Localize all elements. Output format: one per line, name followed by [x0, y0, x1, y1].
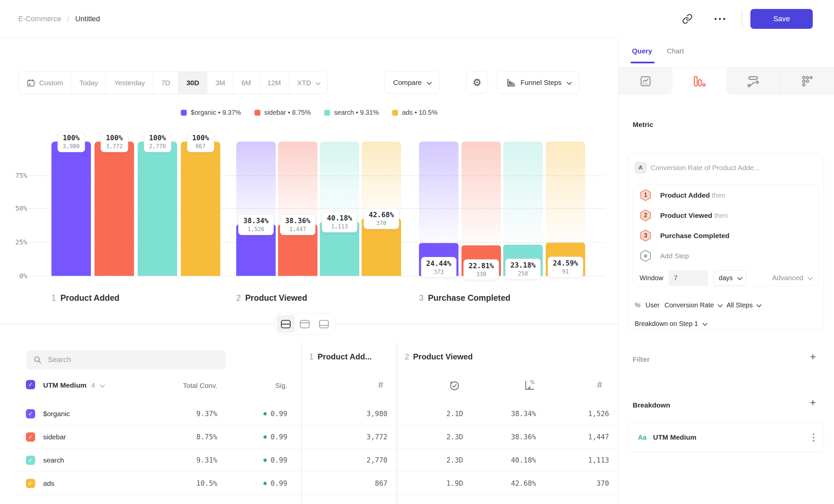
add-step-button[interactable]: + Add Step: [633, 246, 818, 266]
breakdown-item-menu-icon[interactable]: [813, 433, 814, 442]
window-unit-select[interactable]: days: [714, 270, 746, 285]
group-by-label[interactable]: UTM Medium: [43, 381, 87, 389]
group-count: 4: [91, 381, 95, 389]
row-label: ads: [43, 472, 142, 495]
step1-count: 2,770: [321, 449, 388, 472]
window-value-input[interactable]: [668, 270, 708, 285]
query-step-1[interactable]: 1Product Added then: [633, 185, 818, 205]
funnel-ghost-bar: [419, 142, 459, 243]
tab-chart[interactable]: Chart: [667, 47, 684, 55]
table-row-search[interactable]: ✓search9.31%0.992,7702.3D40.18%1,113: [0, 449, 618, 472]
query-panel: Query Chart: [618, 38, 834, 504]
breakdown-item-card[interactable]: Aa UTM Medium: [628, 422, 824, 452]
date-range-6m[interactable]: 6M: [234, 72, 259, 94]
chevron-down-icon: [427, 79, 432, 85]
layout-split-button[interactable]: [277, 315, 295, 333]
total-conv-column-header[interactable]: Total Conv.: [151, 374, 217, 397]
table-row-sidebar[interactable]: ✓sidebar8.75%0.993,7722.3D38.36%1,447: [0, 426, 618, 449]
row-checkbox[interactable]: ✓: [26, 432, 35, 442]
compare-label: Compare: [393, 78, 422, 87]
chart-settings-button[interactable]: ⚙: [466, 72, 488, 93]
funnel-bar-organic-step1[interactable]: [51, 142, 91, 276]
select-all-checkbox[interactable]: ✓: [26, 380, 35, 389]
row-checkbox[interactable]: ✓: [26, 479, 35, 488]
breadcrumb-project[interactable]: E-Commerce: [18, 15, 61, 23]
save-button[interactable]: Save: [750, 9, 813, 29]
funnel-steps-icon: [506, 77, 516, 88]
bar-count: 91: [553, 268, 578, 275]
bar-percent: 40.18%: [327, 214, 352, 222]
share-link-icon[interactable]: [681, 12, 694, 25]
chart-type-button[interactable]: Funnel Steps: [497, 72, 579, 93]
bar-percent: 24.59%: [553, 259, 578, 267]
layout-table-only-button[interactable]: [315, 315, 333, 333]
bar-count: 867: [192, 143, 209, 150]
row-checkbox[interactable]: ✓: [26, 456, 35, 465]
date-range-custom[interactable]: Custom: [19, 72, 71, 94]
add-filter-button[interactable]: +: [810, 351, 816, 362]
more-actions-icon[interactable]: [713, 12, 726, 25]
date-range-12m[interactable]: 12M: [259, 72, 289, 94]
date-range-xtd[interactable]: XTD: [289, 72, 327, 94]
advanced-toggle[interactable]: Advanced: [772, 274, 811, 282]
tab-flows[interactable]: [726, 67, 781, 95]
flows-icon: [747, 75, 760, 87]
tab-query[interactable]: Query: [632, 47, 652, 55]
bar-percent: 38.34%: [243, 217, 269, 225]
legend-label: ads • 10.5%: [402, 109, 438, 116]
funnel-bar-search-step1[interactable]: [138, 142, 177, 276]
legend-item-sidebar[interactable]: sidebar • 8.75%: [255, 109, 311, 116]
significance-value: 0.99: [232, 472, 287, 495]
row-label: $organic: [43, 402, 142, 426]
chevron-down-icon: [718, 302, 723, 307]
step2-count: 370: [559, 472, 609, 495]
breadcrumb-report-title[interactable]: Untitled: [75, 15, 100, 23]
bar-value-label: 22.81%330: [463, 259, 499, 280]
measurement-dropdown[interactable]: Conversion Rate: [664, 301, 722, 309]
legend-item-organic[interactable]: $organic • 9.37%: [181, 109, 241, 116]
bar-percent: 38.36%: [285, 217, 310, 225]
step2-avg-time: 2.3D: [413, 426, 463, 449]
bar-value-label: 40.18%1,113: [322, 211, 358, 232]
date-range-today[interactable]: Today: [71, 72, 106, 94]
date-range-yesterday[interactable]: Yesterday: [106, 72, 153, 94]
chevron-down-icon: [737, 275, 742, 280]
table-search[interactable]: [26, 350, 225, 369]
sig-column-header[interactable]: Sig.: [254, 374, 287, 397]
tab-funnels[interactable]: [673, 67, 726, 95]
counting-entity-dropdown[interactable]: User: [645, 301, 659, 309]
chevron-down-icon[interactable]: [100, 382, 105, 388]
query-step-name: Product Viewed then: [660, 211, 728, 220]
legend-item-ads[interactable]: ads • 10.5%: [392, 109, 438, 116]
breakdown-on-step-dropdown[interactable]: Breakdown on Step 1: [635, 320, 706, 327]
row-checkbox[interactable]: ✓: [26, 409, 35, 418]
date-range-7d[interactable]: 7D: [153, 72, 178, 94]
add-breakdown-button[interactable]: +: [810, 397, 816, 408]
funnel-bar-sidebar-step1[interactable]: [94, 142, 134, 276]
funnel-ghost-bar: [546, 142, 585, 243]
funnel-bar-ads-step1[interactable]: [181, 142, 220, 276]
query-step-3[interactable]: 3Purchase Completed: [633, 226, 818, 246]
metric-title[interactable]: Conversion Rate of Product Adde...: [651, 164, 813, 172]
step1-count: 3,980: [321, 402, 388, 426]
tab-retention[interactable]: [781, 67, 834, 95]
layout-chart-only-button[interactable]: [295, 315, 314, 333]
search-input[interactable]: [47, 355, 208, 364]
table-row-organic[interactable]: ✓$organic9.37%0.993,9802.1D38.34%1,526: [0, 402, 618, 426]
step-axis-label: 2Product Viewed: [236, 293, 307, 303]
tab-insights[interactable]: [619, 67, 673, 95]
steps-scope-dropdown[interactable]: All Steps: [726, 301, 760, 309]
metric-section-heading: Metric: [633, 121, 653, 129]
date-range-30d[interactable]: 30D: [178, 72, 208, 94]
table-step2-header[interactable]: 2 Product Viewed: [405, 352, 473, 361]
query-step-2[interactable]: 2Product Viewed then: [633, 205, 818, 226]
significance-number: 0.99: [270, 456, 287, 464]
table-step1-header[interactable]: 1 Product Add...: [309, 352, 372, 361]
step2-conversion: 38.36%: [486, 426, 536, 449]
breadcrumb-separator: /: [67, 15, 69, 23]
date-range-3m[interactable]: 3M: [207, 72, 233, 94]
significance-dot: [263, 435, 267, 439]
legend-item-search[interactable]: search • 9.31%: [324, 109, 379, 116]
table-row-ads[interactable]: ✓ads10.5%0.998671.9D42.68%370: [0, 472, 618, 495]
compare-button[interactable]: Compare: [384, 72, 440, 93]
